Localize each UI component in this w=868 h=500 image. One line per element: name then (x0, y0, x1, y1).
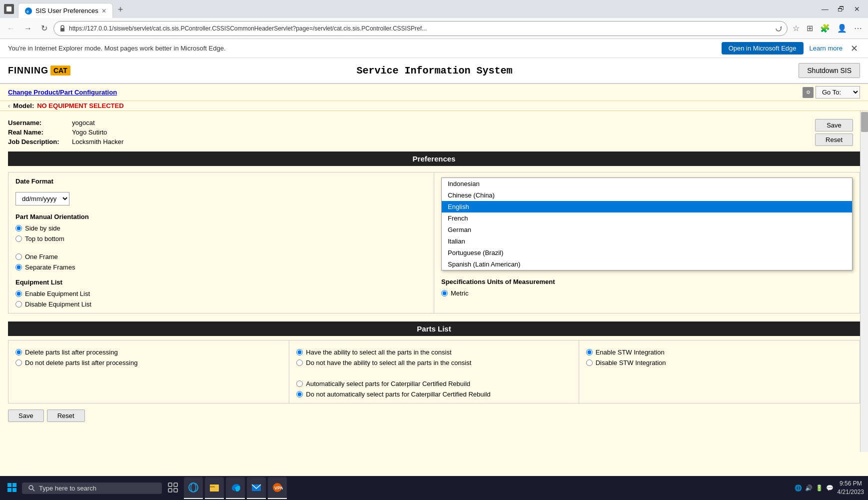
metric-radio[interactable] (441, 290, 448, 296)
reset-button[interactable]: Reset (815, 134, 853, 146)
top-to-bottom-radio[interactable] (15, 236, 22, 242)
one-frame-option[interactable]: One Frame (15, 253, 427, 260)
have-ability-radio[interactable] (296, 349, 303, 356)
equipment-radio-group: Enable Equipment List Disable Equipment … (15, 290, 427, 308)
have-ability-option[interactable]: Have the ability to select all the parts… (296, 348, 571, 356)
one-frame-radio[interactable] (15, 254, 22, 260)
lang-portuguese[interactable]: Portuguese (Brazil) (442, 247, 852, 258)
refresh-button[interactable]: ↻ (38, 22, 50, 35)
enable-stw-label: Enable STW Integration (596, 348, 665, 356)
new-tab-button[interactable]: + (113, 2, 128, 18)
extensions-button[interactable]: 🧩 (818, 22, 832, 35)
nav-bar: ← → ↻ ☆ ⊞ 🧩 👤 ⋯ (0, 18, 868, 39)
enable-equipment-radio[interactable] (15, 290, 22, 297)
learn-more-link[interactable]: Learn more (810, 44, 843, 52)
active-tab[interactable]: e SIS User Preferences ✕ (18, 3, 113, 18)
lang-indonesian[interactable]: Indonesian (442, 178, 852, 190)
no-auto-rebuild-radio[interactable] (296, 391, 303, 398)
taskbar-mail-app[interactable] (247, 477, 266, 499)
delete-parts-radio[interactable] (15, 349, 22, 356)
disable-stw-radio[interactable] (586, 360, 593, 366)
forward-button[interactable]: → (21, 22, 35, 35)
parts-row-1: Delete parts list after processing Do no… (8, 340, 860, 404)
no-delete-parts-radio[interactable] (15, 360, 22, 366)
auto-rebuild-option[interactable]: Automatically select parts for Caterpill… (296, 380, 571, 388)
date-format-title: Date Format (15, 178, 427, 185)
part-manual-title: Part Manual Orientation (15, 213, 427, 220)
realname-label: Real Name: (8, 128, 68, 136)
favorites-button[interactable]: ☆ (791, 22, 802, 35)
lang-chinese[interactable]: Chinese (China) (442, 190, 852, 201)
enable-stw-radio[interactable] (586, 349, 593, 356)
lang-italian[interactable]: Italian (442, 236, 852, 247)
taskbar-vpn-app[interactable]: VPN (268, 477, 287, 499)
metric-option[interactable]: Metric (441, 290, 853, 297)
tab-close-button[interactable]: ✕ (101, 8, 106, 14)
language-dropdown[interactable]: Indonesian Chinese (China) English Frenc… (441, 178, 853, 270)
no-ability-radio[interactable] (296, 360, 303, 366)
no-auto-rebuild-option[interactable]: Do not automatically select parts for Ca… (296, 390, 571, 398)
minimize-button[interactable]: — (818, 2, 832, 16)
save-button[interactable]: Save (815, 119, 853, 132)
disable-stw-option[interactable]: Disable STW Integration (586, 359, 853, 366)
username-value: yogocat (72, 119, 860, 126)
open-edge-button[interactable]: Open in Microsoft Edge (722, 42, 804, 54)
enable-equipment-label: Enable Equipment List (25, 290, 90, 298)
back-button[interactable]: ← (4, 22, 18, 35)
lang-german[interactable]: German (442, 224, 852, 236)
bottom-save-button[interactable]: Save (8, 410, 44, 422)
auto-rebuild-radio[interactable] (296, 380, 303, 387)
collections-button[interactable]: ⊞ (805, 22, 815, 35)
scrollbar-thumb[interactable] (861, 112, 868, 132)
goto-dropdown[interactable]: Go To: (816, 86, 860, 98)
maximize-button[interactable]: 🗗 (834, 2, 848, 16)
more-button[interactable]: ⋯ (852, 22, 864, 35)
enable-stw-option[interactable]: Enable STW Integration (586, 348, 853, 356)
top-to-bottom-option[interactable]: Top to bottom (15, 235, 427, 242)
tab-bar: e SIS User Preferences ✕ + (18, 0, 814, 18)
profile-button[interactable]: 👤 (835, 22, 849, 35)
taskbar-search[interactable]: Type here to search (22, 482, 162, 494)
taskbar-file-app[interactable] (205, 477, 224, 499)
lang-spanish[interactable]: Spanish (Latin American) (442, 258, 852, 270)
task-view-button[interactable] (164, 478, 182, 498)
side-by-side-option[interactable]: Side by side (15, 224, 427, 232)
have-ability-label: Have the ability to select all the parts… (306, 348, 451, 356)
taskbar-edge-app[interactable] (226, 477, 245, 499)
disable-stw-label: Disable STW Integration (596, 359, 666, 366)
battery-icon: 🔋 (816, 484, 823, 492)
close-window-button[interactable]: ✕ (850, 2, 864, 16)
date-format-select[interactable]: dd/mm/yyyy mm/dd/yyyy yyyy/mm/dd (15, 192, 69, 206)
disable-equipment-radio[interactable] (15, 301, 22, 308)
lang-french[interactable]: French (442, 212, 852, 224)
address-bar[interactable] (53, 21, 788, 36)
search-icon (28, 484, 35, 492)
app-header: FINNING CAT Service Information System S… (0, 58, 868, 84)
username-label: Username: (8, 119, 68, 126)
no-delete-parts-option[interactable]: Do not delete parts list after processin… (15, 359, 282, 366)
side-by-side-radio[interactable] (15, 225, 22, 232)
metric-label: Metric (451, 290, 468, 297)
scrollbar[interactable] (860, 111, 868, 452)
start-button[interactable] (4, 480, 20, 497)
svg-rect-18 (210, 484, 219, 492)
no-ability-label: Do not have the ability to select all th… (306, 359, 471, 366)
realname-value: Yogo Sutirto (72, 128, 860, 136)
task-view-icon (168, 482, 178, 492)
model-back-button[interactable]: ‹ (8, 102, 10, 110)
separate-frames-option[interactable]: Separate Frames (15, 264, 427, 271)
banner-close-button[interactable]: ✕ (849, 43, 860, 54)
taskbar-time-value: 9:56 PM (838, 480, 864, 488)
lang-english[interactable]: English (442, 201, 852, 212)
bottom-reset-button[interactable]: Reset (47, 410, 85, 422)
taskbar-ie-app[interactable] (184, 477, 203, 499)
separate-frames-radio[interactable] (15, 264, 22, 270)
enable-equipment-option[interactable]: Enable Equipment List (15, 290, 427, 298)
shutdown-sis-button[interactable]: Shutdown SIS (799, 63, 860, 78)
language-dropdown-wrapper: Indonesian Chinese (China) English Frenc… (441, 178, 853, 270)
change-product-link[interactable]: Change Product/Part Configuration (8, 88, 117, 96)
no-ability-option[interactable]: Do not have the ability to select all th… (296, 359, 571, 366)
address-input[interactable] (69, 25, 772, 32)
disable-equipment-option[interactable]: Disable Equipment List (15, 300, 427, 308)
delete-parts-option[interactable]: Delete parts list after processing (15, 348, 282, 356)
